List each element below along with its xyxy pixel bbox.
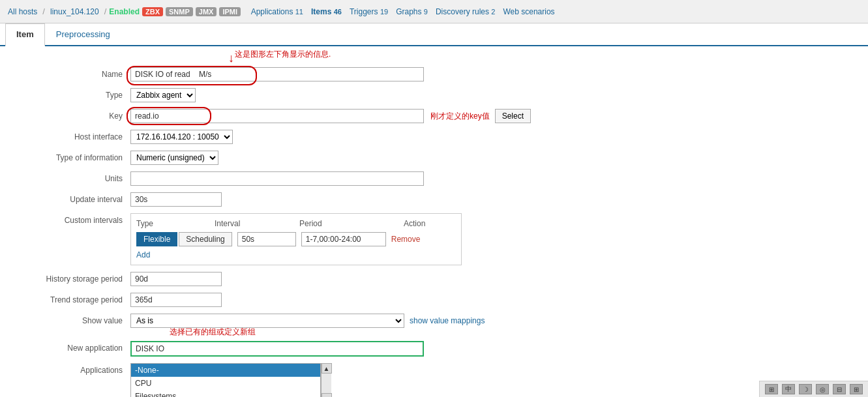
app-list-box: -None- CPU Filesystems [130,363,321,397]
type-info-label: Type of information [13,151,130,162]
show-value-label: Show value [13,314,130,325]
badge-jmx: JMX [196,7,217,16]
add-link[interactable]: Add [136,250,456,259]
ci-period-input[interactable] [301,232,386,246]
btn-flexible[interactable]: Flexible [136,232,177,246]
scroll-track [322,374,331,393]
badge-zbx: ZBX [142,7,163,16]
tab-item[interactable]: Item [5,23,45,46]
nav-host[interactable]: linux_104.120 [48,6,102,18]
nav-triggers[interactable]: Triggers 19 [347,6,391,18]
new-application-row: New application 选择已有的组或定义新组 [13,341,574,357]
select-button[interactable]: Select [495,109,531,123]
bottom-icon-1[interactable]: ⊞ [765,384,778,394]
nav-all-hosts[interactable]: All hosts [5,6,40,18]
type-row: Type Zabbix agent [13,88,574,102]
name-input[interactable] [130,67,424,81]
new-app-annotation: 选择已有的组或定义新组 [170,327,256,338]
form-area: Name 这是图形左下角显示的信息. ↓ Type Zabbix agent K… [0,46,587,397]
trend-storage-input[interactable] [130,293,222,307]
applications-list: -None- CPU Filesystems ▲ ▼ [130,363,574,397]
bottom-icon-5[interactable]: ⊟ [833,384,846,394]
ci-header: Type Interval Period Action [136,219,456,228]
history-storage-row: History storage period [13,272,574,286]
bottom-icon-3[interactable]: ☽ [799,384,812,394]
bottom-icon-4[interactable]: ◎ [816,384,829,394]
history-storage-label: History storage period [13,272,130,284]
update-interval-row: Update interval [13,192,574,207]
type-label: Type [13,88,130,100]
key-annotation-text: 刚才定义的key值 [430,111,490,122]
host-interface-row: Host interface 172.16.104.120 : 10050 [13,130,574,144]
show-value-select[interactable]: As is [130,314,404,328]
badge-snmp: SNMP [166,7,193,16]
app-list-scrollbar: ▲ ▼ [321,363,331,397]
nav-sep2: / [104,7,107,16]
remove-link[interactable]: Remove [391,235,421,244]
new-application-input[interactable] [130,341,424,357]
show-value-row: Show value As is show value mappings [13,314,574,328]
ci-period-header: Period [299,219,404,228]
host-interface-label: Host interface [13,130,130,141]
name-annotation-arrow: ↓ [228,51,234,65]
custom-intervals-label: Custom intervals [13,213,130,225]
bottom-icon-6[interactable]: ⊞ [850,384,863,394]
units-row: Units [13,171,574,186]
nav-applications[interactable]: Applications 11 [248,6,306,18]
bottom-icon-2[interactable]: 中 [782,384,795,394]
nav-items[interactable]: Items 46 [308,6,344,18]
custom-intervals-box: Type Interval Period Action Flexible Sch… [130,213,462,265]
applications-list-label: Applications [13,363,130,375]
name-annotation-text: 这是图形左下角显示的信息. [235,49,331,60]
nav-sep1: / [42,7,45,16]
trend-storage-row: Trend storage period [13,293,574,307]
history-storage-input[interactable] [130,272,222,286]
name-label: Name [13,67,130,79]
name-row: Name 这是图形左下角显示的信息. ↓ [13,67,574,81]
app-list-item-cpu[interactable]: CPU [131,377,320,390]
type-info-row: Type of information Numeric (unsigned) [13,151,574,165]
scroll-up-arrow[interactable]: ▲ [322,363,332,374]
ci-interval-header: Interval [215,219,299,228]
applications-list-row: Applications -None- CPU Filesystems ▲ ▼ [13,363,574,397]
nav-web-scenarios[interactable]: Web scenarios [500,6,557,18]
custom-intervals-row: Custom intervals Type Interval Period Ac… [13,213,574,265]
type-info-select[interactable]: Numeric (unsigned) [130,151,218,165]
key-row: Key 刚才定义的key值 Select [13,109,574,123]
ci-type-header: Type [136,219,215,228]
nav-discovery-rules[interactable]: Discovery rules 2 [433,6,498,18]
trend-storage-label: Trend storage period [13,293,130,304]
units-input[interactable] [130,171,424,186]
units-label: Units [13,171,130,183]
btn-scheduling[interactable]: Scheduling [179,232,232,246]
host-status: Enabled [109,7,140,16]
tab-bar: Item Preprocessing [0,23,868,46]
key-input[interactable] [130,109,424,123]
app-list-item-filesystems[interactable]: Filesystems [131,390,320,397]
badge-ipmi: IPMI [219,7,241,16]
host-interface-select[interactable]: 172.16.104.120 : 10050 [130,130,233,144]
name-annotation-wrapper: 这是图形左下角显示的信息. ↓ [235,49,331,60]
ci-action-header: Action [404,219,456,228]
ci-interval-input[interactable] [237,232,296,246]
key-label: Key [13,109,130,121]
app-list-item-none[interactable]: -None- [131,364,320,377]
update-interval-input[interactable] [130,192,222,207]
type-select[interactable]: Zabbix agent [130,88,196,102]
nav-graphs[interactable]: Graphs 9 [393,6,430,18]
bottom-bar: ⊞ 中 ☽ ◎ ⊟ ⊞ [759,381,868,397]
value-mappings-link[interactable]: show value mappings [410,316,485,325]
scroll-down-arrow[interactable]: ▼ [322,393,332,397]
new-application-label: New application [13,341,130,353]
tab-preprocessing[interactable]: Preprocessing [45,23,121,45]
update-interval-label: Update interval [13,192,130,204]
ci-row-1: Flexible Scheduling Remove [136,232,456,246]
top-nav: All hosts / linux_104.120 / Enabled ZBX … [0,0,868,23]
